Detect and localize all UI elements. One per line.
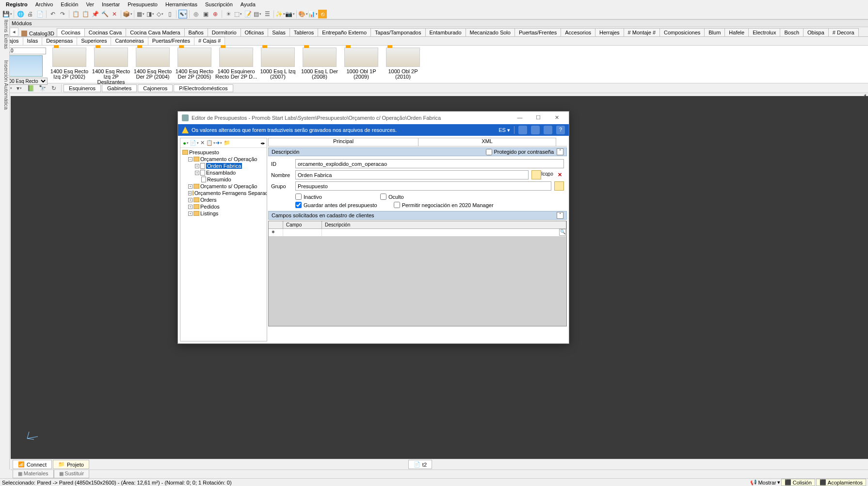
section-collapse-icon[interactable]: ˄ bbox=[557, 212, 563, 219]
tree-node-selected[interactable]: +Orden Fabrica bbox=[181, 162, 266, 169]
gallery-item[interactable]: 1400 Esq Recto Izq 2P (2002) bbox=[48, 48, 90, 80]
gallery-selected-thumb[interactable] bbox=[6, 55, 43, 77]
subtab-islas[interactable]: Islas bbox=[23, 37, 43, 45]
door-icon[interactable]: ▯ bbox=[165, 10, 174, 18]
tree-copy-icon[interactable]: 📋 bbox=[207, 139, 214, 147]
dropdown-icon[interactable]: ▾ bbox=[14, 84, 24, 93]
tab-xml[interactable]: XML bbox=[418, 138, 556, 146]
tab-tableros[interactable]: Tableros bbox=[289, 28, 319, 36]
tree-folder-icon[interactable]: 📁 bbox=[223, 139, 231, 147]
tab-dormitorio[interactable]: Dormitorio bbox=[208, 28, 241, 36]
rail-insercion[interactable]: Inserción Automática bbox=[3, 60, 9, 110]
gallery-item[interactable]: 1400 Esq Recto Der 2P (2004) bbox=[132, 48, 174, 80]
collapse-icon[interactable]: − bbox=[188, 157, 193, 162]
refresh-icon[interactable]: ↻ bbox=[48, 84, 59, 93]
connect-tab[interactable]: 📶Connect bbox=[13, 460, 52, 469]
undo-icon[interactable]: ↶ bbox=[48, 10, 57, 18]
subtab-puertas-frentes[interactable]: Puertas/Frentes bbox=[148, 37, 194, 45]
tree-node[interactable]: +Listings bbox=[181, 210, 266, 217]
layer-icon[interactable]: ▤ bbox=[253, 10, 262, 18]
minimize-button[interactable]: — bbox=[512, 113, 528, 123]
sustituir-tab[interactable]: ▦ Sustituir bbox=[54, 470, 90, 478]
filter-cajoneros[interactable]: Cajoneros bbox=[138, 84, 173, 92]
expand-icon[interactable]: + bbox=[188, 184, 193, 189]
dialog-titlebar[interactable]: Editor de Presupuestos - Promob Start La… bbox=[178, 112, 569, 124]
grupo-browse-button[interactable] bbox=[554, 181, 564, 191]
protegido-checkbox[interactable] bbox=[486, 149, 492, 155]
tab-hafele[interactable]: Hafele bbox=[724, 28, 749, 36]
gallery-item[interactable]: 1000 Obl 1P (2009) bbox=[340, 48, 382, 80]
menu-herramientas[interactable]: Herramientas bbox=[161, 0, 201, 8]
chart-icon[interactable]: 📊 bbox=[308, 10, 317, 18]
rail-items-extras[interactable]: Items Extras bbox=[3, 19, 9, 49]
tab-mecanizado[interactable]: Mecanizado Solo bbox=[466, 28, 515, 36]
tab-cocinas[interactable]: Cocinas bbox=[57, 28, 85, 36]
box-icon[interactable]: 📦 bbox=[123, 10, 132, 18]
tree-new-icon[interactable]: 📄 bbox=[190, 139, 198, 147]
tab-accesorios[interactable]: Accesorios bbox=[561, 28, 595, 36]
expand-icon[interactable]: + bbox=[188, 211, 193, 216]
pin-icon[interactable]: 📌 bbox=[91, 10, 99, 18]
tab-entrepano[interactable]: Entrepaño Externo bbox=[318, 28, 371, 36]
wand-icon[interactable]: ✨ bbox=[276, 10, 285, 18]
gallery-item[interactable]: 1000 Esq L Izq (2007) bbox=[257, 48, 299, 80]
grid-icon[interactable]: ▦ bbox=[136, 10, 145, 18]
paste-icon[interactable]: 📋 bbox=[81, 10, 90, 18]
mostrar-button[interactable]: 📢 Mostrar ▾ bbox=[750, 479, 780, 486]
view-icon[interactable]: ⬚ bbox=[234, 10, 242, 18]
subtab-despensas[interactable]: Despensas bbox=[42, 37, 77, 45]
camera-icon[interactable]: 📷 bbox=[286, 10, 294, 18]
t2-tab[interactable]: 📄t2 bbox=[408, 460, 432, 469]
lang-selector[interactable]: ES ▾ bbox=[498, 127, 510, 133]
binoculars-icon[interactable]: 🔭 bbox=[37, 84, 48, 93]
menu-ver[interactable]: Ver bbox=[82, 0, 98, 8]
tab-electrolux[interactable]: Electrolux bbox=[748, 28, 780, 36]
section-collapse-icon[interactable]: ˄ bbox=[557, 148, 563, 155]
projeto-tab[interactable]: 📁Projeto bbox=[53, 460, 89, 469]
gallery-item[interactable]: 1000 Obl 2P (2010) bbox=[382, 48, 424, 80]
expand-icon[interactable]: + bbox=[188, 198, 193, 202]
tab-herrajes[interactable]: Herrajes bbox=[595, 28, 624, 36]
tab-tapas[interactable]: Tapas/Tamponados bbox=[370, 28, 425, 36]
expand-icon[interactable]: + bbox=[195, 164, 199, 168]
tab-cocina-cava-madera[interactable]: Cocina Cava Madera bbox=[126, 28, 184, 36]
filter-esquineros[interactable]: Esquineros bbox=[64, 84, 101, 92]
tree-node[interactable]: +Orçamento s/ Operação bbox=[181, 183, 266, 190]
menu-edicion[interactable]: Edición bbox=[57, 0, 82, 8]
oculto-checkbox[interactable] bbox=[380, 194, 386, 200]
tab-banos[interactable]: Baños bbox=[184, 28, 208, 36]
id-field[interactable] bbox=[295, 159, 564, 168]
hammer-icon[interactable]: 🔨 bbox=[100, 10, 109, 18]
target-icon[interactable]: ◎ bbox=[192, 10, 200, 18]
tab-blum[interactable]: Blum bbox=[704, 28, 725, 36]
tree-node[interactable]: −Orçamento c/ Operação bbox=[181, 156, 266, 162]
3d-icon[interactable]: ▣ bbox=[201, 10, 210, 18]
banner-tool2-icon[interactable] bbox=[531, 126, 540, 134]
delete-icon[interactable]: ✕ bbox=[110, 10, 119, 18]
grid-search-icon[interactable]: 🔍 bbox=[559, 229, 566, 236]
banner-help-icon[interactable]: ? bbox=[556, 126, 565, 134]
close-button[interactable]: ✕ bbox=[548, 113, 565, 123]
tab-cocinas-cava[interactable]: Cocinas Cava bbox=[84, 28, 126, 36]
colision-chip[interactable]: ⬛ Colisión bbox=[781, 479, 815, 486]
tab-salas[interactable]: Salas bbox=[268, 28, 290, 36]
shape-icon[interactable]: ◇ bbox=[156, 10, 164, 18]
col-descripcion[interactable]: Descripción bbox=[322, 221, 566, 228]
tree-node[interactable]: +Orçamento Ferragens Separadas bbox=[181, 190, 266, 196]
banner-settings-icon[interactable] bbox=[544, 126, 552, 134]
menu-registro[interactable]: Registro bbox=[2, 0, 32, 8]
cursor-icon[interactable]: ⬉ bbox=[178, 10, 187, 18]
report-icon[interactable]: 📄 bbox=[35, 10, 44, 18]
nombre-field[interactable] bbox=[295, 170, 529, 179]
maximize-button[interactable]: ☐ bbox=[530, 113, 547, 123]
tab-obispa[interactable]: Obispa bbox=[803, 28, 829, 36]
color-icon[interactable]: 🎨 bbox=[299, 10, 307, 18]
tab-montaje[interactable]: # Montaje # bbox=[624, 28, 660, 36]
print-icon[interactable]: 🖨 bbox=[26, 10, 34, 18]
sun-icon[interactable]: ☀ bbox=[224, 10, 233, 18]
col-campo[interactable]: Campo bbox=[283, 221, 322, 228]
world-icon[interactable]: 🌐 bbox=[16, 10, 25, 18]
filter-gabinetes[interactable]: Gabinetes bbox=[102, 84, 137, 92]
tab-composiciones[interactable]: Composiciones bbox=[659, 28, 705, 36]
menu-insertar[interactable]: Insertar bbox=[98, 0, 124, 8]
